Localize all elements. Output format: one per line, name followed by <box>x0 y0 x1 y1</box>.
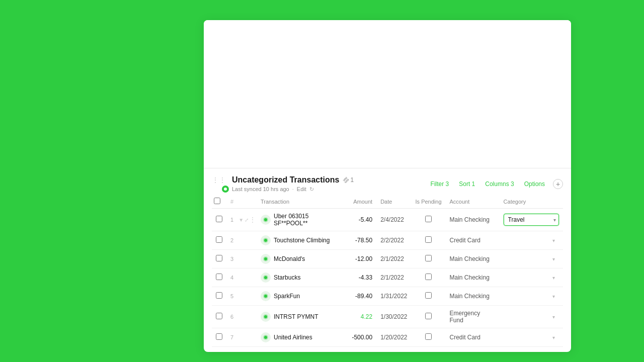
pending-checkbox[interactable] <box>425 313 432 319</box>
row-number: 5 <box>226 287 237 306</box>
row-number: 4 <box>226 268 237 287</box>
filter-row-icon[interactable]: ▼ <box>238 335 244 340</box>
row-checkbox[interactable] <box>216 216 222 222</box>
refresh-icon[interactable]: ↻ <box>309 186 314 193</box>
row-menu-icon[interactable]: ⋮ <box>250 255 256 262</box>
row-action-icons: ▼ ⤢ ⋮ <box>237 209 257 231</box>
row-checkbox[interactable] <box>216 255 222 261</box>
expand-row-icon[interactable]: ⤢ <box>245 314 249 320</box>
merchant-icon <box>261 254 271 264</box>
expand-row-icon[interactable]: ⤢ <box>245 238 249 243</box>
date-cell: 2/1/2022 <box>376 250 411 268</box>
row-checkbox[interactable] <box>216 274 222 280</box>
pending-checkbox[interactable] <box>425 333 432 340</box>
category-cell: ▾ <box>500 268 563 287</box>
row-menu-icon[interactable]: ⋮ <box>250 274 256 281</box>
transactions-table: # Transaction Amount Date Is Pending Acc… <box>212 195 563 347</box>
row-menu-icon[interactable]: ⋮ <box>250 216 256 223</box>
add-column-button[interactable]: + <box>553 179 563 189</box>
filter-row-icon[interactable]: ▼ <box>238 294 244 299</box>
category-empty[interactable]: ▾ <box>504 273 559 283</box>
select-all-checkbox[interactable] <box>214 198 220 204</box>
pending-checkbox[interactable] <box>425 216 432 222</box>
row-action-icons: ▼ ⤢ ⋮ <box>237 306 257 328</box>
section-drag-handle[interactable]: ⋮⋮ <box>212 176 226 184</box>
header-num-col: # <box>226 195 237 209</box>
row-menu-icon[interactable]: ⋮ <box>250 293 256 300</box>
columns-button[interactable]: Columns 3 <box>483 179 516 189</box>
row-number: 2 <box>226 231 237 250</box>
pending-cell <box>412 328 446 347</box>
table-row: 6 ▼ ⤢ ⋮ INTRST PYMNT 4.22 1/30/2022 <box>212 306 563 328</box>
row-checkbox-cell <box>212 306 226 328</box>
expand-row-icon[interactable]: ⤢ <box>245 335 249 340</box>
merchant-cell: Starbucks <box>257 268 348 287</box>
merchant-name: SparkFun <box>274 293 300 300</box>
filter-row-icon[interactable]: ▼ <box>238 217 244 223</box>
account-cell: Main Checking <box>446 250 500 268</box>
sort-button[interactable]: Sort 1 <box>457 179 477 189</box>
table-row: 2 ▼ ⤢ ⋮ Touchstone Climbing -78.50 2/2/2… <box>212 231 563 250</box>
merchant-icon <box>261 312 271 322</box>
expand-row-icon[interactable]: ⤢ <box>245 217 249 223</box>
row-checkbox-cell <box>212 209 226 231</box>
amount-cell: -89.40 <box>348 287 376 306</box>
category-empty[interactable]: ▾ <box>504 236 559 245</box>
amount-cell: -5.40 <box>348 209 376 231</box>
merchant-cell: INTRST PYMNT <box>257 306 348 328</box>
table-row: 7 ▼ ⤢ ⋮ United Airlines -500.00 1/20/202… <box>212 328 563 347</box>
header-transaction: Transaction <box>257 195 348 209</box>
row-action-icons: ▼ ⤢ ⋮ <box>237 287 257 306</box>
category-chevron-icon: ▾ <box>552 275 555 281</box>
row-menu-icon[interactable]: ⋮ <box>250 237 256 244</box>
category-chevron-icon: ▾ <box>552 314 555 320</box>
merchant-cell: SparkFun <box>257 287 348 306</box>
row-checkbox[interactable] <box>216 313 222 319</box>
row-menu-icon[interactable]: ⋮ <box>250 334 256 341</box>
filter-row-icon[interactable]: ▼ <box>238 314 244 320</box>
row-menu-icon[interactable]: ⋮ <box>250 313 256 320</box>
row-action-icons: ▼ ⤢ ⋮ <box>237 328 257 347</box>
category-empty[interactable]: ▾ <box>504 333 559 342</box>
pending-checkbox[interactable] <box>425 236 432 243</box>
row-checkbox[interactable] <box>216 236 222 243</box>
filter-button[interactable]: Filter 3 <box>429 179 451 189</box>
header-checkbox-col <box>212 195 226 209</box>
expand-row-icon[interactable]: ⤢ <box>245 256 249 262</box>
row-number: 3 <box>226 250 237 268</box>
svg-point-7 <box>264 276 267 279</box>
link-icon: ⛓ <box>342 176 350 184</box>
pending-checkbox[interactable] <box>425 292 432 299</box>
expand-row-icon[interactable]: ⤢ <box>245 275 249 281</box>
row-number: 7 <box>226 328 237 347</box>
row-checkbox[interactable] <box>216 333 222 340</box>
pending-checkbox[interactable] <box>425 274 432 280</box>
category-empty[interactable]: ▾ <box>504 254 559 264</box>
pending-cell <box>412 306 446 328</box>
filter-row-icon[interactable]: ▼ <box>238 256 244 262</box>
link-badge: ⛓ 1 <box>343 176 354 184</box>
merchant-cell: McDonald's <box>257 250 348 268</box>
merchant-cell: Touchstone Climbing <box>257 231 348 250</box>
category-select[interactable]: Travel Food & Dining Shopping Entertainm… <box>504 214 559 226</box>
category-empty[interactable]: ▾ <box>504 312 559 322</box>
table-header-row: # Transaction Amount Date Is Pending Acc… <box>212 195 563 209</box>
row-action-icons: ▼ ⤢ ⋮ <box>237 268 257 287</box>
pending-checkbox[interactable] <box>425 255 432 261</box>
edit-link[interactable]: Edit <box>297 186 306 192</box>
filter-row-icon[interactable]: ▼ <box>238 238 244 243</box>
filter-row-icon[interactable]: ▼ <box>238 275 244 281</box>
table-row: 1 ▼ ⤢ ⋮ Uber 063015 SF**POOL** -5.40 2/4… <box>212 209 563 231</box>
expand-row-icon[interactable]: ⤢ <box>245 294 249 299</box>
category-empty[interactable]: ▾ <box>504 292 559 301</box>
options-button[interactable]: Options <box>522 179 547 189</box>
category-cell: Travel Food & Dining Shopping Entertainm… <box>500 209 563 231</box>
row-checkbox[interactable] <box>216 292 222 299</box>
svg-point-13 <box>264 336 267 339</box>
category-select-wrapper: Travel Food & Dining Shopping Entertainm… <box>504 214 559 226</box>
merchant-name: Touchstone Climbing <box>274 237 330 244</box>
row-checkbox-cell <box>212 250 226 268</box>
date-cell: 1/30/2022 <box>376 306 411 328</box>
account-cell: Main Checking <box>446 287 500 306</box>
merchant-cell: Uber 063015 SF**POOL** <box>257 209 348 231</box>
